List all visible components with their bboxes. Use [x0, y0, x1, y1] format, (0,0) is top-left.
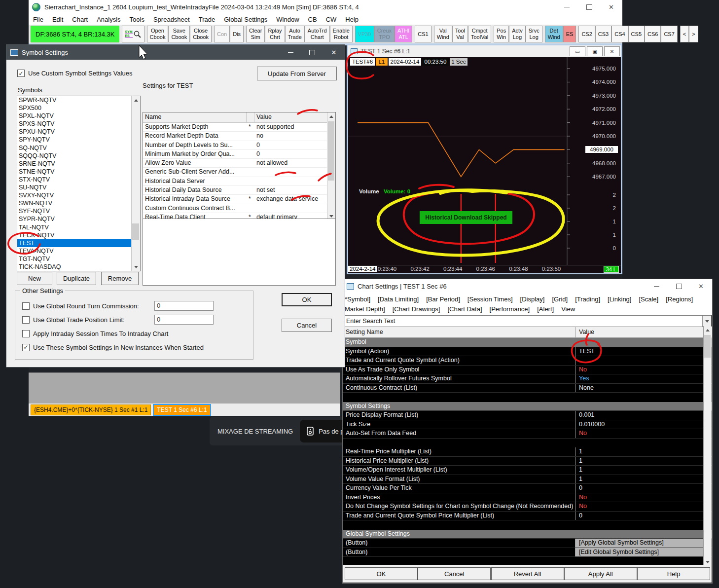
dropdown-arrow-icon[interactable]	[702, 316, 711, 327]
cs-menu--bar-period-[interactable]: [Bar Period]	[426, 295, 460, 303]
cs-setting-row[interactable]: (Button)[Edit Global Symbol Settings]	[343, 548, 712, 557]
symbol-list-item[interactable]: TECK-NQTV	[17, 231, 132, 239]
cs-menu--grid-[interactable]: [Grid]	[552, 295, 568, 303]
toolbar-autotrd-chart[interactable]: AutoTrdChart	[305, 26, 330, 42]
checkbox-unchecked-icon[interactable]	[22, 330, 30, 337]
other-setting-use-these-symbol-setting[interactable]: ✓Use These Symbol Settings in New Instan…	[22, 340, 248, 354]
chart-window-titlebar[interactable]: TEST 1 Sec #6 L:1 ▭ ▣ ✕	[348, 45, 621, 57]
settings-table-row[interactable]: Generic Sub-Client Server Add...	[143, 168, 335, 177]
symbol-list-item[interactable]: SRNE-NQTV	[17, 160, 132, 168]
cs-setting-row[interactable]: Invert PricesNo	[343, 493, 712, 503]
numeric-input[interactable]: 0	[154, 315, 214, 325]
cs-setting-row[interactable]: Volume Value Format (List)1	[343, 475, 712, 484]
toolbar-enable-robot[interactable]: EnableRobot	[330, 26, 353, 42]
symbol-list-item[interactable]: SYPR-NQTV	[17, 215, 132, 223]
table-col-name[interactable]: Name	[143, 112, 247, 122]
ok-button[interactable]: OK	[282, 293, 332, 306]
symbol-list-item[interactable]: SPX500	[17, 104, 132, 112]
chart-settings-titlebar[interactable]: Chart Settings | TEST 1 Sec #6 ✕	[343, 279, 712, 293]
other-setting-use-global-round-turn-co[interactable]: Use Global Round Turn Commission:0	[22, 299, 248, 313]
toolbar-es[interactable]: ES	[563, 26, 576, 42]
settings-table-vscrollbar[interactable]	[327, 112, 335, 220]
dialog-close-button[interactable]: ✕	[323, 45, 345, 60]
menu-window[interactable]: Window	[272, 14, 303, 25]
other-setting-apply-intraday-session-t[interactable]: Apply Intraday Session Times To Intraday…	[22, 327, 248, 340]
chart-restore-button[interactable]: ▣	[587, 46, 603, 56]
symbol-list-item[interactable]: SWN-NQTV	[17, 199, 132, 207]
settings-table-row[interactable]: Historical Intraday Data Source*exchange…	[143, 195, 335, 204]
toolbar-creux-tpo[interactable]: CreuxTPO	[374, 26, 395, 42]
cs-setting-row[interactable]: Automatically Rollover Futures SymbolYes	[343, 374, 712, 384]
dialog-maximize-button[interactable]	[301, 45, 323, 60]
toolbar-df-3686-st-4-4-br-134-3k[interactable]: DF:3686 ST:4, 4 BR:134.3K	[31, 26, 119, 42]
cs-setting-row[interactable]: Continuous Contract (List)None	[343, 384, 712, 393]
cs-menu--session-times-[interactable]: [Session Times]	[467, 295, 513, 303]
toolbar-actv-log[interactable]: ActvLog	[509, 26, 525, 42]
menu-trade[interactable]: Trade	[194, 14, 219, 25]
cs-minimize-button[interactable]	[646, 279, 668, 293]
cs-menu--regions-[interactable]: [Regions]	[666, 295, 693, 303]
menu-spreadsheet[interactable]: Spreadsheet	[149, 14, 194, 25]
toolbar-dis[interactable]: Dis	[230, 26, 244, 42]
toolbar-rplay-chrt[interactable]: RplayChrt	[265, 26, 285, 42]
numeric-input[interactable]: 0	[154, 301, 214, 311]
symbol-list-item[interactable]: SYF-NQTV	[17, 207, 132, 215]
symbols-listbox[interactable]: SPWR-NQTVSPX500SPXL-NQTVSPXS-NQTVSPXU-NQ…	[17, 96, 141, 271]
cs-menu--symbol-[interactable]: *Symbol]	[345, 295, 370, 303]
toolbar-cs1[interactable]: CS1	[415, 26, 431, 42]
toolbar-cs3[interactable]: CS3	[595, 26, 611, 42]
toolbar-<[interactable]: <	[680, 26, 689, 42]
cs-button-ok[interactable]: OK	[345, 567, 418, 580]
checkbox-checked-icon[interactable]: ✓	[17, 70, 25, 77]
settings-table-row[interactable]: Custom Continuous Contract B...	[143, 204, 335, 213]
cs-menu--chart-drawings-[interactable]: [Chart Drawings]	[393, 305, 440, 313]
cs-setting-row[interactable]: Symbol (Action)TEST	[343, 347, 712, 357]
settings-table-row[interactable]: Number of Depth Levels to Su...0	[143, 141, 335, 150]
cs-close-button[interactable]: ✕	[690, 279, 712, 293]
settings-table-row[interactable]: Record Market Depth Datano	[143, 132, 335, 141]
menu-edit[interactable]: Edit	[48, 14, 68, 25]
cs-button-cancel[interactable]: Cancel	[418, 567, 491, 580]
symbol-dialog-titlebar[interactable]: Symbol Settings ✕	[6, 45, 345, 60]
toolbar-srvc-log[interactable]: SrvcLog	[526, 26, 542, 42]
symbol-list-item[interactable]: TGT-NQTV	[17, 255, 132, 263]
minimize-button[interactable]	[556, 0, 578, 14]
symbol-list-item[interactable]: SPXL-NQTV	[17, 112, 132, 120]
settings-search-combobox[interactable]: Enter Search Text	[343, 315, 712, 327]
checkbox-checked-icon[interactable]: ✓	[22, 344, 30, 351]
update-from-server-button[interactable]: Update From Server	[257, 67, 337, 80]
toolbar-det-wind[interactable]: DetWind	[545, 26, 563, 42]
symbol-list-item[interactable]: TEST	[17, 239, 132, 247]
symbols-scrollbar[interactable]	[131, 96, 140, 271]
symbol-list-item[interactable]: SVXY-NQTV	[17, 191, 132, 199]
toolbar-cs5[interactable]: CS5	[628, 26, 645, 42]
remove-button[interactable]: Remove	[101, 272, 139, 285]
toolbar-cs7[interactable]: CS7	[661, 26, 677, 42]
chart-close-button[interactable]: ✕	[604, 46, 620, 56]
cs-setting-row[interactable]: Real-Time Price Multiplier (List)1	[343, 447, 712, 457]
symbol-search-button[interactable]: SYMES	[122, 26, 144, 42]
toolbar-val-wind[interactable]: ValWind	[434, 26, 452, 42]
other-setting-use-global-trade-positio[interactable]: Use Global Trade Position Limit:0	[22, 313, 248, 327]
cs-button-apply-all[interactable]: Apply All	[564, 567, 637, 580]
symbol-list-item[interactable]: STX-NQTV	[17, 176, 132, 184]
toolbar-save-cbook[interactable]: SaveCbook	[168, 26, 190, 42]
symbol-list-item[interactable]: TAL-NQTV	[17, 223, 132, 231]
chart-plot-area[interactable]: TEST#6L12024-02-1400:23:501 Sec 4975.000…	[348, 57, 621, 265]
cs-menu--data-limiting-[interactable]: [Data Limiting]	[378, 295, 419, 303]
symbol-list-item[interactable]: SPY-NQTV	[17, 136, 132, 144]
settings-table-row[interactable]: Historical Daily Data Sourcenot set	[143, 186, 335, 195]
cs-button-revert-all[interactable]: Revert All	[491, 567, 564, 580]
chart-tab-active[interactable]: TEST 1 Sec #6 L:1	[153, 404, 211, 416]
symbol-list-item[interactable]: STNE-NQTV	[17, 168, 132, 176]
cs-menu--performance-[interactable]: [Performance]	[490, 305, 530, 313]
cs-menu-view[interactable]: View	[561, 305, 575, 313]
toolbar-cmpct-toolval[interactable]: CmpctToolVal	[468, 26, 491, 42]
new-button[interactable]: New	[17, 272, 52, 285]
cs-menu--display-[interactable]: [Display]	[520, 295, 545, 303]
toolbar-cs4[interactable]: CS4	[611, 26, 628, 42]
toolbar-tool-val[interactable]: ToolVal	[452, 26, 468, 42]
menu-file[interactable]: File	[29, 14, 48, 25]
toolbar-cs2[interactable]: CS2	[578, 26, 595, 42]
main-titlebar[interactable]: Sierrachart_Instance_1 2604 Loupium_test…	[29, 0, 622, 14]
